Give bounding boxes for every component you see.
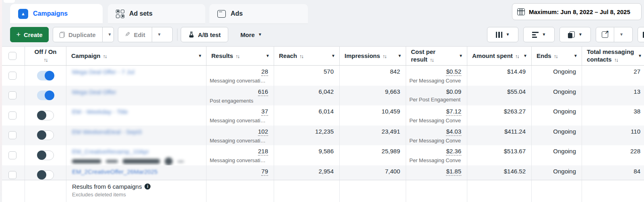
- toggle-knob: [37, 170, 46, 179]
- campaign-toggle[interactable]: [37, 111, 54, 120]
- export-dropdown-button[interactable]: ▼: [614, 27, 629, 42]
- row-checkbox[interactable]: [8, 131, 17, 139]
- ends-header-label: Ends: [537, 52, 551, 59]
- columns-settings-button[interactable]: ▼: [487, 27, 518, 42]
- contacts-value: 110: [631, 128, 640, 135]
- campaign-name-blurred[interactable]: EM - Weekday - Title: [72, 108, 128, 115]
- summary-title: Results from 6 campaigns: [72, 183, 142, 190]
- column-header-off-on[interactable]: Off / On↑↓: [25, 47, 66, 65]
- campaign-toggle[interactable]: [37, 71, 54, 80]
- ends-value: Ongoing: [553, 168, 576, 175]
- column-header-total-messaging-contacts[interactable]: Total messaging contacts↑↓ ▼: [582, 47, 644, 65]
- breakdown-button[interactable]: ▼: [523, 27, 555, 42]
- date-range-button[interactable]: Maximum: Jun 8, 2022 – Jul 8, 2025: [512, 3, 642, 20]
- chevron-down-icon[interactable]: ▼: [398, 54, 402, 59]
- chevron-down-icon[interactable]: ▼: [331, 54, 335, 59]
- cost-per-result-value: $4.03: [446, 128, 461, 136]
- campaign-name-blurred[interactable]: EM_CreativeRevamp_10Apr: [72, 148, 149, 155]
- duplicate-button-label: Duplicate: [68, 31, 96, 38]
- toggle-knob: [37, 111, 46, 120]
- tab-campaigns[interactable]: ▲ Campaigns: [10, 4, 103, 23]
- tab-ads-label: Ads: [231, 10, 243, 17]
- duplicate-dropdown-button[interactable]: ▼: [102, 27, 117, 42]
- select-all-checkbox[interactable]: [8, 52, 17, 60]
- campaign-toggle[interactable]: [37, 91, 54, 100]
- column-header-cost-per-result[interactable]: Cost per result↑↓ ▼: [406, 47, 467, 65]
- sort-icon[interactable]: ↑↓: [554, 53, 557, 59]
- row-checkbox[interactable]: [8, 171, 17, 179]
- sort-icon[interactable]: ↑↓: [44, 57, 47, 63]
- blurred-account-chips: [72, 157, 202, 165]
- off-on-header-label: Off / On: [35, 48, 57, 55]
- duplicate-button[interactable]: Duplicate: [53, 27, 102, 42]
- chevron-down-icon[interactable]: ▼: [523, 54, 527, 59]
- edit-button[interactable]: ✎ Edit: [118, 27, 152, 42]
- row-checkbox[interactable]: [8, 72, 17, 80]
- tab-ads[interactable]: Ads: [209, 4, 308, 23]
- campaign-name-blurred[interactable]: EM WeekendDeal - Sept3: [72, 128, 142, 135]
- result-type-label: Messaging conversati…: [210, 78, 266, 84]
- table-row: EM_CreativeRevamp_10Apr 218Messaging con…: [0, 145, 644, 165]
- cost-per-result-value: $1.85: [446, 168, 461, 176]
- calendar-table-icon: [517, 8, 525, 15]
- chevron-down-icon[interactable]: ▼: [198, 54, 202, 59]
- summary-note: Excludes deleted items: [72, 192, 202, 198]
- column-header-amount-spent[interactable]: Amount spent↑↓ ▼: [467, 47, 531, 65]
- reach-value: 2,954: [318, 168, 334, 175]
- row-checkbox[interactable]: [8, 151, 17, 159]
- clipped-edge-button[interactable]: [638, 27, 644, 42]
- reach-value: 12,235: [315, 128, 334, 135]
- sort-icon[interactable]: ↑↓: [614, 57, 618, 63]
- campaign-name-blurred[interactable]: EM_2CreativeOffer_26Mar2025: [72, 168, 157, 175]
- tab-ad-sets[interactable]: Ad sets: [108, 4, 205, 23]
- chevron-down-icon[interactable]: ▼: [638, 54, 642, 59]
- ab-test-button-label: A/B test: [198, 31, 221, 38]
- chevron-down-icon: ▼: [157, 33, 161, 37]
- cost-per-result-value: $7.12: [446, 108, 461, 116]
- column-header-reach[interactable]: Reach↑↓ ▼: [274, 47, 339, 65]
- results-value: 28: [261, 68, 268, 76]
- sort-icon[interactable]: ↑↓: [430, 57, 433, 63]
- create-button[interactable]: + Create: [10, 27, 49, 42]
- sort-icon[interactable]: ↑↓: [103, 53, 107, 59]
- contacts-header-label: Total messaging contacts: [587, 48, 634, 63]
- campaign-header-label: Campaign: [71, 52, 101, 59]
- sort-icon[interactable]: ↑↓: [235, 53, 239, 59]
- more-button[interactable]: More ▼: [236, 27, 266, 42]
- sort-icon[interactable]: ↑↓: [382, 53, 386, 59]
- amount-spent-value: $14.49: [507, 68, 526, 75]
- chevron-down-icon[interactable]: ▼: [266, 54, 270, 59]
- sort-icon[interactable]: ↑↓: [299, 53, 303, 59]
- pencil-icon: ✎: [125, 31, 130, 38]
- info-icon[interactable]: i: [144, 183, 151, 190]
- campaign-toggle[interactable]: [37, 150, 54, 160]
- chevron-down-icon: ▼: [542, 33, 546, 37]
- campaign-toggle[interactable]: [37, 170, 54, 180]
- export-button-group: ↗ ▼: [596, 27, 633, 42]
- reach-header-label: Reach: [279, 52, 297, 59]
- ends-value: Ongoing: [553, 108, 576, 115]
- sort-icon[interactable]: ↑↓: [515, 53, 519, 59]
- row-checkbox[interactable]: [8, 91, 17, 99]
- chevron-down-icon[interactable]: ▼: [459, 54, 463, 59]
- reports-button[interactable]: ▼: [559, 27, 591, 42]
- amount-spent-header-label: Amount spent: [472, 52, 513, 59]
- campaign-toggle[interactable]: [37, 130, 54, 140]
- chevron-down-icon[interactable]: ▼: [574, 54, 578, 59]
- column-header-campaign[interactable]: Campaign↑↓ ▼: [66, 47, 206, 65]
- column-header-results[interactable]: Results↑↓ ▼: [206, 47, 274, 65]
- export-button[interactable]: ↗: [596, 27, 614, 42]
- campaign-name-blurred[interactable]: Mega Deal Offer - 7 Jul: [72, 68, 134, 75]
- cost-per-result-value: $0.09: [446, 88, 461, 95]
- impressions-value: 25,989: [382, 148, 400, 155]
- campaign-name-blurred[interactable]: Mega Deal Offer: [72, 89, 116, 95]
- ab-test-button[interactable]: A/B test: [181, 27, 228, 42]
- row-checkbox[interactable]: [8, 111, 17, 120]
- results-value: 218: [258, 148, 268, 156]
- column-header-ends[interactable]: Ends↑↓ ▼: [531, 47, 582, 65]
- edit-dropdown-button[interactable]: ▼: [152, 27, 167, 42]
- flask-icon: [188, 31, 194, 38]
- summary-row: Results from 6 campaigns i Excludes dele…: [0, 180, 644, 202]
- column-header-impressions[interactable]: Impressions↑↓ ▼: [339, 47, 406, 65]
- ads-card-icon: [217, 10, 226, 18]
